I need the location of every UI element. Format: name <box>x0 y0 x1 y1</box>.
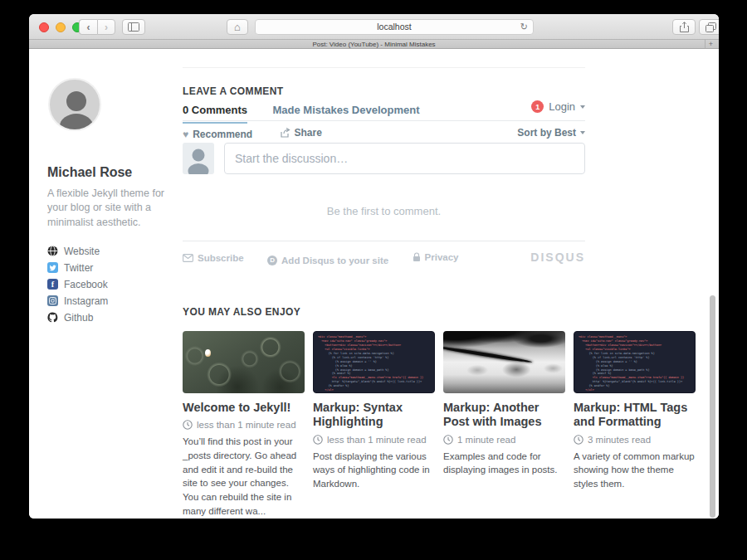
disqus-footer: Subscribe D Add Disqus to your site Priv… <box>183 251 585 265</box>
sidebar-toggle-button[interactable] <box>122 19 145 35</box>
add-disqus-label: Add Disqus to your site <box>281 256 388 265</box>
tabs-icon <box>706 22 716 32</box>
comment-form <box>183 143 585 174</box>
author-links: Website Twitter f Facebook Instagram Git… <box>47 243 173 326</box>
clock-icon <box>183 420 193 430</box>
comment-input[interactable] <box>224 143 585 174</box>
clock-icon <box>443 435 453 445</box>
sidebar-item-instagram[interactable]: Instagram <box>47 293 173 309</box>
sidebar-link-label: Website <box>64 246 100 257</box>
related-posts-section: YOU MAY ALSO ENJOY Welcome to Jekyll! le… <box>183 306 696 518</box>
home-button[interactable]: ⌂ <box>227 19 248 35</box>
heart-icon: ♥ <box>183 129 188 140</box>
avatar <box>48 78 101 131</box>
sort-label: Sort by Best <box>517 127 576 139</box>
share-comments-button[interactable]: Share <box>281 127 322 139</box>
author-sidebar: Michael Rose A flexible Jekyll theme for… <box>47 78 173 326</box>
minimize-window-button[interactable] <box>56 22 66 32</box>
lock-icon <box>413 252 421 262</box>
active-tab[interactable]: Post: Video (YouTube) - Minimal Mistakes <box>29 41 719 48</box>
sidebar-link-label: Instagram <box>64 295 108 307</box>
forward-button[interactable]: › <box>97 19 115 35</box>
recommend-button[interactable]: ♥ Recommend <box>183 129 252 140</box>
subscribe-button[interactable]: Subscribe <box>183 253 244 263</box>
chevron-down-icon <box>580 105 585 109</box>
github-icon <box>47 312 58 323</box>
read-time-label: less than 1 minute read <box>197 420 296 430</box>
post-title-link[interactable]: Welcome to Jekyll! <box>183 401 305 415</box>
add-disqus-link[interactable]: D Add Disqus to your site <box>267 256 388 265</box>
envelope-icon <box>183 254 193 262</box>
url-text: localhost <box>377 22 411 32</box>
back-button[interactable]: ‹ <box>79 19 97 35</box>
comments-heading: LEAVE A COMMENT <box>183 85 284 97</box>
post-thumbnail-foggy-tree[interactable] <box>443 331 565 393</box>
post-excerpt: You’ll find this post in your _posts dir… <box>183 435 305 518</box>
post-title-link[interactable]: Markup: HTML Tags and Formatting <box>574 401 696 430</box>
sidebar-item-facebook[interactable]: f Facebook <box>47 276 173 293</box>
person-silhouette-icon <box>183 143 214 174</box>
comments-count-tab[interactable]: 0 Comments <box>183 104 247 124</box>
browser-toolbar: ‹ › ⌂ localhost ↻ <box>29 14 719 40</box>
privacy-link[interactable]: Privacy <box>413 252 459 262</box>
related-card: Welcome to Jekyll! less than 1 minute re… <box>183 331 305 518</box>
sidebar-item-website[interactable]: Website <box>47 243 173 260</box>
author-bio: A flexible Jekyll theme for your blog or… <box>47 187 173 230</box>
disqus-actions-row: ♥ Recommend Share Sort by Best <box>183 127 585 140</box>
share-icon <box>680 22 689 32</box>
sidebar-link-label: Github <box>64 312 93 324</box>
forward-chevron-icon: › <box>105 22 108 32</box>
share-label: Share <box>295 127 322 139</box>
share-arrow-icon <box>281 128 290 138</box>
disqus-logo[interactable]: DISQUS <box>530 251 585 264</box>
clock-icon <box>313 435 323 445</box>
disqus-mark-icon: D <box>267 256 277 265</box>
post-thumbnail-code[interactable]: <div class="masthead__menu"> <nav id="si… <box>574 331 696 393</box>
related-card: <div class="masthead__menu"> <nav id="si… <box>574 331 696 518</box>
sidebar-link-label: Facebook <box>64 279 108 290</box>
disqus-tabs: 0 Comments Made Mistakes Development 1 L… <box>183 102 585 121</box>
post-excerpt: A variety of common markup showing how t… <box>574 450 696 491</box>
tab-overview-button[interactable] <box>699 19 719 35</box>
code-screenshot-text: <div class="masthead__menu"> <nav id="si… <box>579 335 691 392</box>
read-time: 3 minutes read <box>574 435 696 445</box>
related-card: Markup: Another Post with Images 1 minut… <box>443 331 565 518</box>
sort-dropdown[interactable]: Sort by Best <box>517 127 585 139</box>
share-button[interactable] <box>672 19 696 35</box>
new-tab-button[interactable]: + <box>705 40 716 48</box>
post-thumbnail-code[interactable]: <div class="masthead__menu"> <nav id="si… <box>313 331 435 393</box>
community-tab[interactable]: Made Mistakes Development <box>272 104 419 116</box>
login-label: Login <box>549 100 575 113</box>
vertical-scrollbar[interactable] <box>710 295 715 518</box>
notification-badge: 1 <box>531 100 544 113</box>
home-icon: ⌂ <box>234 21 241 33</box>
close-window-button[interactable] <box>39 22 49 32</box>
related-cards: Welcome to Jekyll! less than 1 minute re… <box>183 331 696 518</box>
pearl-detail <box>205 349 211 357</box>
facebook-icon: f <box>47 279 58 290</box>
address-bar[interactable]: localhost ↻ <box>255 19 534 35</box>
disqus-divider <box>183 241 585 241</box>
window-controls <box>39 22 82 32</box>
post-thumbnail-moss-pearl[interactable] <box>183 331 305 393</box>
person-silhouette-icon <box>50 80 101 131</box>
login-button[interactable]: 1 Login <box>531 100 585 113</box>
related-heading: YOU MAY ALSO ENJOY <box>183 306 696 318</box>
read-time-label: less than 1 minute read <box>327 435 427 445</box>
code-screenshot-text: <div class="masthead__menu"> <nav id="si… <box>318 335 430 392</box>
post-title-link[interactable]: Markup: Syntax Highlighting <box>313 401 435 430</box>
read-time: less than 1 minute read <box>313 435 435 445</box>
content-divider <box>183 67 585 68</box>
related-card: <div class="masthead__menu"> <nav id="si… <box>313 331 435 518</box>
tab-bar: Post: Video (YouTube) - Minimal Mistakes… <box>29 40 719 49</box>
instagram-icon <box>47 295 58 306</box>
sidebar-item-twitter[interactable]: Twitter <box>47 260 173 276</box>
read-time-label: 1 minute read <box>457 435 515 445</box>
subscribe-label: Subscribe <box>198 253 244 263</box>
globe-icon <box>47 246 58 256</box>
sidebar-item-github[interactable]: Github <box>47 309 173 326</box>
clock-icon <box>574 435 583 445</box>
reload-icon[interactable]: ↻ <box>520 20 528 34</box>
post-title-link[interactable]: Markup: Another Post with Images <box>443 401 565 430</box>
sidebar-link-label: Twitter <box>64 262 93 274</box>
